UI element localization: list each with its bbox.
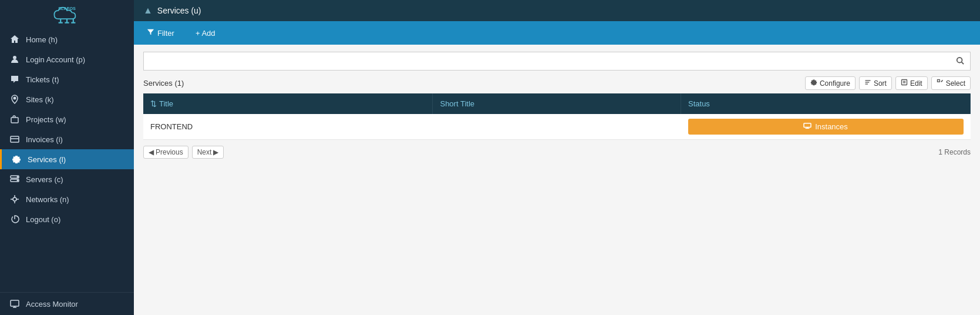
sidebar-item-logout[interactable]: Logout (o) xyxy=(0,209,134,229)
select-icon xyxy=(937,79,944,88)
sidebar-item-services[interactable]: Services (l) xyxy=(0,149,134,169)
sidebar-item-home-label: Home (h) xyxy=(26,35,58,44)
sidebar-item-access-monitor[interactable]: Access Monitor xyxy=(0,292,134,315)
svg-point-7 xyxy=(13,56,16,59)
sidebar-item-login-label: Login Account (p) xyxy=(26,55,85,64)
home-icon xyxy=(9,34,20,45)
add-label: + Add xyxy=(196,29,215,38)
svg-text:SLAPOS: SLAPOS xyxy=(58,6,76,11)
pagination-buttons: ◀ Previous Next ▶ xyxy=(143,146,224,159)
filter-label: Filter xyxy=(157,29,174,38)
instances-icon xyxy=(803,122,811,131)
instances-button[interactable]: Instances xyxy=(688,119,964,135)
network-icon xyxy=(9,194,20,205)
svg-rect-10 xyxy=(11,136,19,142)
svg-point-16 xyxy=(13,197,16,201)
add-button[interactable]: + Add xyxy=(191,26,220,40)
cell-short-title xyxy=(433,114,681,140)
next-button[interactable]: Next ▶ xyxy=(192,146,224,159)
power-icon xyxy=(9,214,20,224)
search-input[interactable] xyxy=(143,52,950,71)
status-sort-link[interactable]: Status xyxy=(688,99,710,108)
table-header-row: Services (1) Configure Sort xyxy=(143,76,971,90)
configure-label: Configure xyxy=(820,79,850,88)
select-label: Select xyxy=(946,79,965,88)
sidebar-item-invoices-label: Invoices (i) xyxy=(26,135,63,144)
sidebar-item-tickets[interactable]: Tickets (t) xyxy=(0,69,134,89)
logo: SLAPOS xyxy=(0,0,134,29)
topbar: ▲ Services (u) xyxy=(134,0,980,21)
sidebar-item-projects-label: Projects (w) xyxy=(26,115,66,124)
topbar-title: Services (u) xyxy=(157,6,201,15)
table-row: FRONTEND Instances xyxy=(143,114,971,140)
svg-point-15 xyxy=(17,180,18,181)
svg-rect-9 xyxy=(11,118,18,123)
sidebar-item-invoices[interactable]: Invoices (i) xyxy=(0,129,134,149)
main-content: ▲ Services (u) Filter + Add Services (1 xyxy=(134,0,980,315)
title-sort-link[interactable]: ⇅Title xyxy=(150,99,173,108)
filter-button[interactable]: Filter xyxy=(142,26,179,40)
sidebar-item-projects[interactable]: Projects (w) xyxy=(0,109,134,129)
sidebar-item-tickets-label: Tickets (t) xyxy=(26,75,59,84)
server-icon xyxy=(9,174,20,185)
search-row xyxy=(143,52,971,71)
prev-icon: ◀ xyxy=(149,148,154,156)
content-area: Services (1) Configure Sort xyxy=(134,45,980,315)
records-count: 1 Records xyxy=(938,148,971,156)
svg-rect-25 xyxy=(901,80,907,85)
svg-rect-17 xyxy=(11,300,19,306)
table-actions: Configure Sort Edit xyxy=(805,76,971,90)
sort-button[interactable]: Sort xyxy=(859,76,892,90)
sort-label: Sort xyxy=(874,79,887,88)
col-header-title: ⇅Title xyxy=(143,93,433,114)
svg-rect-28 xyxy=(937,80,939,82)
briefcase-icon xyxy=(9,114,20,125)
chat-icon xyxy=(9,74,20,85)
sidebar-item-services-label: Services (l) xyxy=(28,155,66,164)
previous-label: Previous xyxy=(156,148,183,156)
person-icon xyxy=(9,54,20,65)
svg-point-8 xyxy=(14,97,16,100)
sidebar-item-sites[interactable]: Sites (k) xyxy=(0,89,134,109)
configure-icon xyxy=(810,79,817,88)
sidebar-item-networks[interactable]: Networks (n) xyxy=(0,189,134,209)
cell-status: Instances xyxy=(681,114,971,140)
card-icon xyxy=(9,134,20,145)
search-icon xyxy=(956,56,964,66)
instances-label: Instances xyxy=(815,122,848,131)
col-header-short-title: Short Title xyxy=(433,93,681,114)
next-label: Next xyxy=(197,148,212,156)
short-title-sort-link[interactable]: Short Title xyxy=(440,99,474,108)
sidebar-item-login-account[interactable]: Login Account (p) xyxy=(0,49,134,69)
sidebar-item-networks-label: Networks (n) xyxy=(26,195,69,204)
edit-button[interactable]: Edit xyxy=(895,76,928,90)
previous-button[interactable]: ◀ Previous xyxy=(143,146,188,159)
sort-icon xyxy=(864,79,871,88)
svg-point-20 xyxy=(957,57,962,62)
sidebar-item-logout-label: Logout (o) xyxy=(26,215,60,224)
table-title: Services (1) xyxy=(143,79,184,88)
actionbar: Filter + Add xyxy=(134,21,980,45)
select-button[interactable]: Select xyxy=(931,76,971,90)
gear-icon xyxy=(11,154,22,165)
svg-rect-29 xyxy=(804,123,811,128)
col-header-status: Status xyxy=(681,93,971,114)
nav-menu: Home (h) Login Account (p) Tickets (t) S… xyxy=(0,29,134,292)
pagination-row: ◀ Previous Next ▶ 1 Records xyxy=(143,146,971,159)
svg-point-14 xyxy=(17,176,18,177)
topbar-arrow-icon: ▲ xyxy=(143,5,153,16)
sidebar-access-monitor-label: Access Monitor xyxy=(26,300,78,309)
sidebar-item-home[interactable]: Home (h) xyxy=(0,29,134,49)
cell-title: FRONTEND xyxy=(143,114,433,140)
edit-label: Edit xyxy=(910,79,922,88)
search-button[interactable] xyxy=(950,52,971,71)
location-icon xyxy=(9,94,20,105)
data-table: ⇅Title Short Title Status xyxy=(143,93,971,140)
sidebar-item-servers[interactable]: Servers (c) xyxy=(0,169,134,189)
sort-arrows-icon: ⇅ xyxy=(150,99,157,108)
sidebar: SLAPOS Home (h) Login Account (p) Ticket… xyxy=(0,0,134,315)
configure-button[interactable]: Configure xyxy=(805,76,856,90)
monitor-icon xyxy=(9,299,20,309)
svg-line-21 xyxy=(962,62,964,64)
next-icon: ▶ xyxy=(213,148,218,156)
